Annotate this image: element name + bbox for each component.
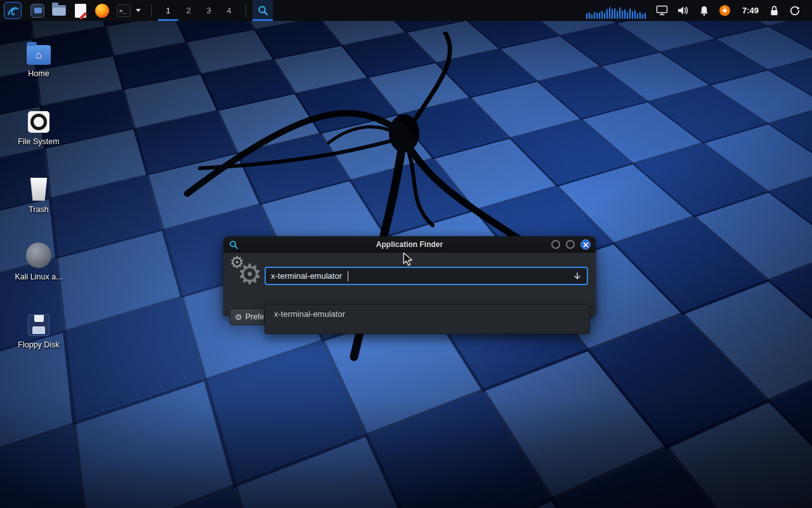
desktop-icon-label: Kali Linux a... bbox=[15, 272, 62, 281]
panel-separator bbox=[151, 4, 152, 17]
window-body: ⚙ ⚙ x-terminal-emulator ⚙ Preferences x-… bbox=[223, 253, 596, 316]
monitor-icon bbox=[656, 5, 668, 16]
desktop-icon-label: Floppy Disk bbox=[18, 340, 59, 349]
speaker-icon bbox=[677, 5, 689, 16]
gear-icon: ⚙ bbox=[235, 312, 242, 322]
search-input-value: x-terminal-emulator bbox=[271, 271, 342, 281]
window-titlebar[interactable]: Application Finder bbox=[223, 236, 596, 253]
completion-item[interactable]: x-terminal-emulator bbox=[265, 305, 589, 323]
launcher-firefox[interactable] bbox=[93, 2, 112, 20]
desktop-icon-home[interactable]: Home bbox=[3, 37, 74, 78]
panel-right: 7:49 bbox=[586, 0, 808, 21]
desktop-icon-trash[interactable]: Trash bbox=[3, 173, 74, 214]
launcher-terminal[interactable] bbox=[114, 2, 133, 20]
workspace-button-3[interactable]: 3 bbox=[199, 0, 219, 21]
window-controls bbox=[551, 236, 591, 253]
folder-icon bbox=[52, 5, 66, 16]
workspace-button-4[interactable]: 4 bbox=[219, 0, 239, 21]
desktop-icon-label: File System bbox=[18, 137, 59, 146]
bell-icon bbox=[698, 5, 710, 17]
panel-left: 1 2 3 4 bbox=[4, 0, 273, 21]
desktop-icon-kali-linux[interactable]: Kali Linux a... bbox=[3, 240, 74, 281]
launcher-text-editor[interactable] bbox=[71, 2, 90, 20]
launcher-file-manager[interactable] bbox=[49, 2, 69, 20]
desktop-icon-floppy-disk[interactable]: Floppy Disk bbox=[3, 308, 74, 349]
minimize-button[interactable] bbox=[551, 240, 560, 249]
clock[interactable]: 7:49 bbox=[742, 6, 759, 15]
workspace-button-1[interactable]: 1 bbox=[158, 0, 178, 21]
application-finder-window: Application Finder ⚙ ⚙ x-terminal-emulat… bbox=[223, 236, 596, 316]
top-panel: 1 2 3 4 bbox=[0, 0, 812, 21]
application-finder-icon bbox=[229, 240, 239, 250]
terminal-icon bbox=[117, 4, 131, 17]
preferences-button-label: Preferences bbox=[246, 312, 265, 321]
close-button[interactable] bbox=[580, 239, 591, 250]
lock-screen-button[interactable] bbox=[766, 3, 782, 19]
file-system-drive-icon bbox=[28, 111, 49, 133]
firefox-icon bbox=[95, 4, 109, 18]
dropdown-arrow-button[interactable] bbox=[573, 272, 582, 281]
notifications-tray-icon[interactable] bbox=[697, 3, 712, 19]
lock-icon bbox=[769, 5, 780, 17]
completion-dropdown: x-terminal-emulator bbox=[265, 304, 590, 334]
maximize-button[interactable] bbox=[566, 240, 575, 249]
preferences-button[interactable]: ⚙ Preferences bbox=[230, 309, 265, 325]
cpu-graph[interactable] bbox=[586, 3, 647, 19]
kali-menu-icon bbox=[6, 4, 19, 17]
kali-disc-icon bbox=[26, 243, 51, 268]
updates-tray-icon[interactable] bbox=[717, 3, 733, 19]
window-title: Application Finder bbox=[223, 240, 596, 249]
logout-circular-arrow-icon bbox=[789, 5, 801, 17]
close-icon bbox=[583, 242, 589, 248]
search-input[interactable]: x-terminal-emulator bbox=[265, 267, 588, 285]
applications-menu-button[interactable] bbox=[4, 2, 22, 19]
volume-tray-icon[interactable] bbox=[676, 3, 691, 19]
workspace-button-2[interactable]: 2 bbox=[178, 0, 199, 21]
workspace-switcher: 1 2 3 4 bbox=[158, 0, 239, 21]
display-tray-icon[interactable] bbox=[655, 3, 670, 19]
chevron-down-icon[interactable] bbox=[136, 9, 141, 12]
launcher-files[interactable] bbox=[28, 2, 47, 20]
desktop-icon-label: Trash bbox=[29, 205, 49, 214]
desktop: 1 2 3 4 bbox=[0, 0, 812, 508]
cpu-graph-bars bbox=[586, 3, 647, 19]
session-menu-button[interactable] bbox=[787, 3, 802, 19]
trash-icon bbox=[29, 178, 48, 201]
text-caret bbox=[348, 271, 349, 281]
home-folder-icon bbox=[27, 45, 51, 65]
taskbar-application-finder-button[interactable] bbox=[252, 0, 273, 21]
desktop-icon-label: Home bbox=[28, 69, 49, 78]
panel-separator bbox=[246, 4, 246, 17]
update-icon bbox=[719, 4, 731, 17]
floppy-disk-icon bbox=[28, 314, 49, 336]
gears-icon: ⚙ ⚙ bbox=[228, 254, 264, 301]
text-editor-icon bbox=[75, 4, 86, 18]
magnifier-icon bbox=[258, 5, 268, 16]
desktop-icon-file-system[interactable]: File System bbox=[3, 105, 74, 146]
arrow-down-icon bbox=[573, 272, 582, 281]
files-icon bbox=[30, 4, 44, 18]
